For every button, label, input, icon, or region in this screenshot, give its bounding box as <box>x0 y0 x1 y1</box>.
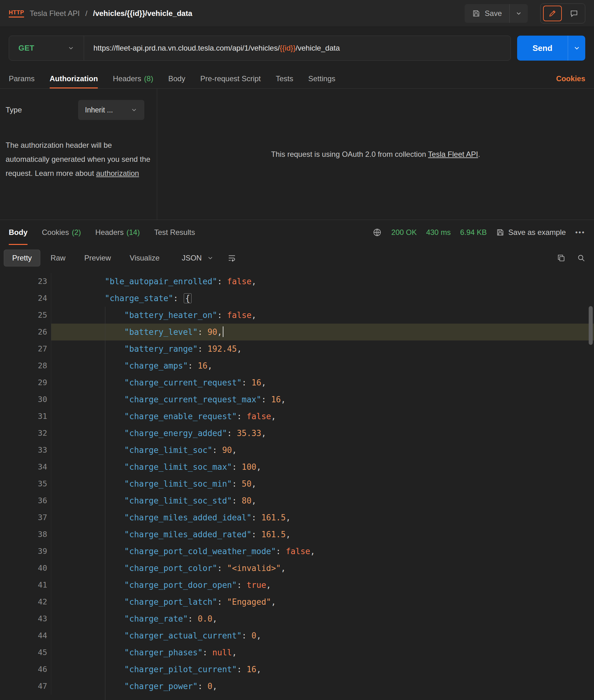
request-tab-body-label: Body <box>168 74 185 83</box>
send-button-group: Send <box>517 36 585 61</box>
token-key: "charge_miles_added_rated" <box>124 530 252 539</box>
line-content-34[interactable]: "charge_limit_soc_max": 100, <box>51 459 594 476</box>
response-tab-cookies[interactable]: Cookies(2) <box>42 220 81 245</box>
request-tab-settings[interactable]: Settings <box>308 69 336 89</box>
line-content-24[interactable]: "charge_state": { <box>51 290 594 307</box>
comment-button[interactable] <box>566 6 583 21</box>
view-tab-raw[interactable]: Raw <box>42 250 74 267</box>
line-content-38[interactable]: "charge_miles_added_rated": 161.5, <box>51 526 594 543</box>
url-prefix: https://fleet-api.prd.na.vn.cloud.tesla.… <box>93 44 279 53</box>
url-input[interactable]: https://fleet-api.prd.na.vn.cloud.tesla.… <box>84 36 510 60</box>
wrap-text-button[interactable] <box>223 251 241 265</box>
auth-type-select[interactable]: Inherit ... <box>78 100 144 120</box>
line-content-29[interactable]: "charge_current_request": 16, <box>51 374 594 391</box>
view-tab-preview[interactable]: Preview <box>76 250 119 267</box>
token-key: "charge_amps" <box>124 361 188 371</box>
response-tab-test-results[interactable]: Test Results <box>154 220 195 245</box>
line-content-47[interactable]: "charger_power": 0, <box>51 678 594 695</box>
copy-button[interactable] <box>552 251 570 265</box>
status-badge[interactable]: 200 OK <box>391 228 417 237</box>
code-line-28: 28 "charge_amps": 16, <box>0 357 594 374</box>
view-tab-visualize[interactable]: Visualize <box>121 250 168 267</box>
line-content-35[interactable]: "charge_limit_soc_min": 50, <box>51 476 594 492</box>
line-content-41[interactable]: "charge_port_door_open": true, <box>51 576 594 593</box>
line-number-31: 31 <box>0 408 51 425</box>
http-logo-icon: HTTP <box>9 9 24 18</box>
line-content-39[interactable]: "charge_port_cold_weather_mode": false, <box>51 543 594 560</box>
response-meta: 200 OK 430 ms 6.94 KB Save as example ••… <box>372 228 585 237</box>
request-tabs: ParamsAuthorizationHeaders(8)BodyPre-req… <box>0 69 594 89</box>
line-content-32[interactable]: "charge_energy_added": 35.33, <box>51 425 594 442</box>
code-line-list: 23 "ble_autopair_enrolled": false,24 "ch… <box>0 273 594 695</box>
format-select[interactable]: JSON <box>175 250 221 267</box>
save-button[interactable]: Save <box>465 4 509 23</box>
token-key: "charge_miles_added_ideal" <box>124 513 252 522</box>
line-content-26[interactable]: "battery_level": 90, <box>51 324 594 341</box>
token-punc: , <box>281 563 286 573</box>
line-content-42[interactable]: "charge_port_latch": "Engaged", <box>51 593 594 610</box>
search-button[interactable] <box>572 251 590 265</box>
line-content-40[interactable]: "charge_port_color": "<invalid>", <box>51 560 594 576</box>
line-number-28: 28 <box>0 357 51 374</box>
line-number-47: 47 <box>0 678 51 695</box>
token-key: "charge_energy_added" <box>124 428 227 438</box>
send-button[interactable]: Send <box>517 36 568 61</box>
chevron-down-icon <box>67 45 74 51</box>
line-content-33[interactable]: "charge_limit_soc": 90, <box>51 442 594 459</box>
search-icon <box>577 254 586 262</box>
more-options-icon[interactable]: ••• <box>575 228 585 237</box>
code-line-47: 47 "charger_power": 0, <box>0 678 594 695</box>
code-line-24: 24 "charge_state": { <box>0 290 594 307</box>
line-content-30[interactable]: "charge_current_request_max": 16, <box>51 391 594 408</box>
request-tab-params[interactable]: Params <box>9 69 35 89</box>
line-number-25: 25 <box>0 307 51 324</box>
response-tab-headers[interactable]: Headers(14) <box>95 220 140 245</box>
authorization-learn-link[interactable]: authorization <box>96 169 139 177</box>
response-panel: BodyCookies(2)Headers(14)Test Results 20… <box>0 220 594 700</box>
line-content-31[interactable]: "charge_enable_request": false, <box>51 408 594 425</box>
copy-icon <box>557 254 566 262</box>
request-tab-pre-request-script[interactable]: Pre-request Script <box>200 69 261 89</box>
cookies-link[interactable]: Cookies <box>556 74 585 83</box>
line-content-45[interactable]: "charger_phases": null, <box>51 644 594 661</box>
token-bool: false <box>246 412 271 421</box>
save-options-button[interactable] <box>509 4 528 23</box>
send-options-button[interactable] <box>568 36 585 61</box>
breadcrumb-collection[interactable]: Tesla Fleet API <box>30 9 80 18</box>
response-tab-test-results-label: Test Results <box>154 228 195 237</box>
edit-button[interactable] <box>543 6 562 21</box>
scrollbar[interactable] <box>589 306 593 345</box>
line-content-28[interactable]: "charge_amps": 16, <box>51 357 594 374</box>
method-select[interactable]: GET <box>9 36 84 60</box>
auth-oauth-note: This request is using OAuth 2.0 from col… <box>157 89 594 219</box>
save-as-example-button[interactable]: Save as example <box>496 228 566 237</box>
line-content-37[interactable]: "charge_miles_added_ideal": 161.5, <box>51 509 594 526</box>
request-tab-body[interactable]: Body <box>168 69 185 89</box>
request-tab-headers[interactable]: Headers(8) <box>113 69 153 89</box>
request-url-row: GET https://fleet-api.prd.na.vn.cloud.te… <box>0 27 594 69</box>
line-content-46[interactable]: "charger_pilot_current": 16, <box>51 661 594 678</box>
line-content-27[interactable]: "battery_range": 192.45, <box>51 341 594 357</box>
response-time[interactable]: 430 ms <box>426 228 451 237</box>
line-number-42: 42 <box>0 593 51 610</box>
collection-link[interactable]: Tesla Fleet API <box>428 150 478 159</box>
line-content-23[interactable]: "ble_autopair_enrolled": false, <box>51 273 594 290</box>
line-content-25[interactable]: "battery_heater_on": false, <box>51 307 594 324</box>
code-line-36: 36 "charge_limit_soc_std": 80, <box>0 492 594 509</box>
token-key: "ble_autopair_enrolled" <box>105 277 217 286</box>
response-tab-body[interactable]: Body <box>9 220 28 245</box>
token-key: "charge_port_cold_weather_mode" <box>124 547 276 556</box>
code-line-32: 32 "charge_energy_added": 35.33, <box>0 425 594 442</box>
token-punc: , <box>266 581 271 590</box>
view-tab-pretty[interactable]: Pretty <box>4 250 40 267</box>
line-content-36[interactable]: "charge_limit_soc_std": 80, <box>51 492 594 509</box>
token-key: "charge_current_request_max" <box>124 395 261 404</box>
request-tab-tests[interactable]: Tests <box>276 69 293 89</box>
response-size[interactable]: 6.94 KB <box>460 228 487 237</box>
code-line-26: 26 "battery_level": 90, <box>0 324 594 341</box>
response-body-editor[interactable]: 23 "ble_autopair_enrolled": false,24 "ch… <box>0 271 594 700</box>
globe-icon[interactable] <box>372 228 382 237</box>
line-content-43[interactable]: "charge_rate": 0.0, <box>51 610 594 627</box>
request-tab-authorization[interactable]: Authorization <box>50 69 98 89</box>
line-content-44[interactable]: "charger_actual_current": 0, <box>51 627 594 644</box>
